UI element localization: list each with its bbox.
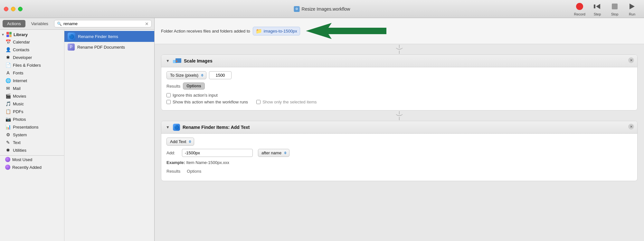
- step-icon: [592, 2, 602, 11]
- workflow-icon: ⚙: [294, 6, 300, 12]
- minimize-button[interactable]: [11, 7, 15, 11]
- scale-images-close[interactable]: ✕: [628, 57, 634, 63]
- rename-finder-expand[interactable]: ▼: [165, 125, 170, 130]
- sidebar-item-utilities[interactable]: ✱ Utilities: [0, 146, 64, 154]
- rename-finder-card: ▼ 🔵 Rename Finder Items: Add Text ✕ Add …: [161, 121, 638, 181]
- library-icon: [6, 32, 12, 37]
- options-tab[interactable]: Options: [183, 82, 204, 90]
- utilities-icon: ✱: [5, 147, 11, 153]
- sidebar-item-system[interactable]: ⚙ System: [0, 131, 64, 139]
- toolbar-buttons: Record Step Stop Run: [572, 0, 640, 17]
- scale-images-card: ▼ Scale Images ✕ To Size (pixels): [161, 54, 638, 111]
- scale-images-expand[interactable]: ▼: [165, 58, 170, 63]
- run-button[interactable]: Run: [624, 0, 640, 17]
- show-when-runs-row: Show this action when the workflow runs …: [166, 100, 632, 104]
- files-folders-icon: 📄: [5, 62, 11, 68]
- add-field-label: Add:: [166, 150, 179, 155]
- stop-label: Stop: [611, 12, 619, 16]
- rename-finder-close[interactable]: ✕: [628, 124, 634, 130]
- sidebar-item-recently-added[interactable]: Recently Added: [0, 163, 64, 171]
- presentations-label: Presentations: [13, 125, 39, 130]
- developer-icon: ✱: [5, 54, 11, 60]
- utilities-label: Utilities: [13, 148, 26, 153]
- contacts-icon: 👤: [5, 47, 11, 53]
- movies-label: Movies: [13, 94, 26, 99]
- add-text-dropdown[interactable]: Add Text: [166, 138, 194, 146]
- sidebar-item-photos[interactable]: 📷 Photos: [0, 115, 64, 123]
- show-only-selected-label: Show only the selected items: [262, 100, 317, 104]
- show-when-runs-label: Show this action when the workflow runs: [173, 100, 248, 104]
- results-tab[interactable]: Results: [166, 84, 180, 89]
- sidebar: Actions Variables 🔍 ✕ ▼: [0, 18, 155, 241]
- tab-actions[interactable]: Actions: [3, 20, 25, 27]
- sidebar-item-most-used[interactable]: Most Used: [0, 156, 64, 163]
- run-label: Run: [629, 12, 635, 16]
- position-label: after name: [261, 150, 281, 155]
- sidebar-item-music[interactable]: 🎵 Music: [0, 100, 64, 108]
- rename-finder-body: Add Text Add: after name: [161, 134, 637, 181]
- files-folders-label: Files & Folders: [13, 63, 41, 68]
- close-button[interactable]: [4, 7, 8, 11]
- sidebar-tabs-bar: Actions Variables 🔍 ✕: [0, 18, 154, 30]
- scale-images-title: Scale Images: [184, 58, 633, 63]
- photos-label: Photos: [13, 117, 26, 122]
- most-used-icon: [5, 157, 10, 162]
- rename-options-tab[interactable]: Options: [187, 169, 201, 174]
- movies-icon: 🎬: [5, 93, 11, 99]
- sidebar-item-contacts[interactable]: 👤 Contacts: [0, 46, 64, 53]
- show-only-selected-checkbox[interactable]: [256, 100, 260, 104]
- add-text-label: Add Text: [170, 139, 186, 144]
- record-icon: [575, 2, 584, 11]
- sidebar-item-text[interactable]: ✎ Text: [0, 139, 64, 146]
- tab-variables[interactable]: Variables: [27, 20, 53, 27]
- svg-rect-0: [594, 5, 595, 8]
- calendar-label: Calendar: [13, 40, 30, 44]
- example-value: Item Name-1500px.xxx: [186, 160, 229, 165]
- sidebar-item-mail[interactable]: ✉ Mail: [0, 84, 64, 92]
- sidebar-item-calendar[interactable]: 📅 Calendar: [0, 38, 64, 46]
- rename-finder-header-icon: 🔵: [173, 124, 180, 131]
- result-rename-pdf-documents[interactable]: P Rename PDF Documents: [64, 42, 154, 52]
- system-icon: ⚙: [5, 132, 11, 138]
- pdfs-icon: 📋: [5, 109, 11, 114]
- search-input[interactable]: [63, 21, 143, 26]
- fullscreen-button[interactable]: [18, 7, 23, 11]
- recently-added-icon: [5, 165, 10, 170]
- folder-action-text: Folder Action receives files and folders…: [161, 29, 250, 34]
- stop-button[interactable]: Stop: [607, 0, 623, 17]
- search-clear-button[interactable]: ✕: [145, 22, 149, 26]
- sidebar-item-files-folders[interactable]: 📄 Files & Folders: [0, 61, 64, 69]
- most-used-label: Most Used: [12, 157, 32, 162]
- presentations-icon: 📊: [5, 124, 11, 130]
- scale-images-header: ▼ Scale Images ✕: [161, 55, 637, 67]
- sidebar-item-fonts[interactable]: A Fonts: [0, 69, 64, 77]
- sidebar-item-presentations[interactable]: 📊 Presentations: [0, 123, 64, 131]
- rename-results-tab[interactable]: Results: [166, 169, 180, 174]
- to-size-dropdown[interactable]: To Size (pixels): [166, 71, 206, 79]
- sidebar-item-developer[interactable]: ✱ Developer: [0, 53, 64, 61]
- sidebar-item-pdfs[interactable]: 📋 PDFs: [0, 108, 64, 115]
- result-rename-finder-items[interactable]: 🔵 Rename Finder Items: [64, 31, 154, 42]
- sidebar-item-internet[interactable]: 🌐 Internet: [0, 77, 64, 84]
- svg-marker-2: [306, 23, 386, 39]
- record-button[interactable]: Record: [572, 0, 588, 17]
- show-when-runs-checkbox[interactable]: [166, 100, 171, 104]
- sidebar-item-library[interactable]: ▼ Library: [0, 31, 64, 38]
- mail-icon: ✉: [5, 85, 11, 91]
- step-button[interactable]: Step: [589, 0, 605, 17]
- size-value-input[interactable]: [209, 71, 232, 79]
- folder-name-button[interactable]: 📁 images-to-1500px: [253, 27, 300, 35]
- add-value-input[interactable]: [182, 149, 253, 157]
- calendar-icon: 📅: [5, 39, 11, 45]
- recently-added-label: Recently Added: [12, 165, 42, 170]
- sidebar-item-movies[interactable]: 🎬 Movies: [0, 92, 64, 100]
- expand-icon: ▼: [1, 33, 5, 36]
- search-results-list: 🔵 Rename Finder Items P Rename PDF Docum…: [64, 30, 154, 241]
- add-value-row: Add: after name: [166, 149, 632, 157]
- traffic-lights: [4, 7, 23, 11]
- ignore-input-checkbox[interactable]: [166, 93, 171, 97]
- position-dropdown[interactable]: after name: [258, 149, 289, 157]
- main-area: Actions Variables 🔍 ✕ ▼: [0, 18, 644, 241]
- fonts-icon: A: [5, 70, 11, 76]
- add-text-stepper: [189, 140, 191, 143]
